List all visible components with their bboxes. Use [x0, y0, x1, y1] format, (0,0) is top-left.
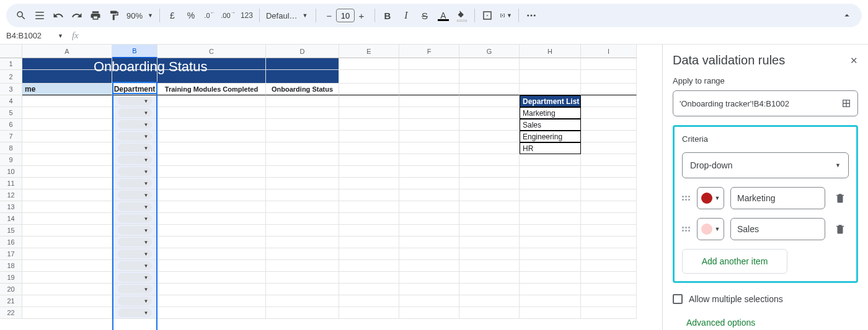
cell[interactable]: [266, 201, 339, 213]
cell[interactable]: [399, 154, 459, 166]
row-header[interactable]: 12: [0, 189, 22, 201]
cell[interactable]: [157, 178, 266, 189]
cell[interactable]: [459, 307, 520, 319]
cell[interactable]: [22, 131, 112, 142]
cell-dropdown[interactable]: ▼: [112, 201, 157, 213]
cell[interactable]: [399, 166, 459, 178]
cell[interactable]: [266, 154, 339, 166]
font-family-select[interactable]: Defaul… ▼: [266, 11, 309, 20]
cell[interactable]: [581, 295, 637, 307]
cell[interactable]: [581, 237, 637, 248]
cell[interactable]: [459, 119, 520, 131]
decrease-font-size-button[interactable]: −: [322, 9, 336, 22]
cell-dropdown[interactable]: ▼: [112, 213, 157, 225]
cell-dropdown[interactable]: ▼: [112, 131, 157, 142]
cell[interactable]: [399, 272, 459, 284]
borders-button[interactable]: [481, 9, 494, 22]
cell[interactable]: [157, 272, 266, 284]
cell-dropdown[interactable]: ▼: [112, 295, 157, 307]
cell[interactable]: [266, 213, 339, 225]
cell[interactable]: [399, 248, 459, 260]
cell[interactable]: [399, 178, 459, 189]
cell[interactable]: [339, 95, 399, 107]
bold-button[interactable]: B: [381, 9, 394, 22]
cell[interactable]: [339, 131, 399, 142]
cell[interactable]: [581, 201, 637, 213]
cell[interactable]: [266, 119, 339, 131]
row-header[interactable]: 6: [0, 119, 22, 131]
cell-dropdown[interactable]: ▼: [112, 284, 157, 295]
cell[interactable]: [459, 213, 520, 225]
cell[interactable]: [581, 307, 637, 319]
col-header-A[interactable]: A: [22, 45, 112, 58]
cell[interactable]: [520, 213, 581, 225]
cell[interactable]: [157, 307, 266, 319]
cell[interactable]: [157, 237, 266, 248]
cell[interactable]: [22, 107, 112, 119]
delete-option-icon[interactable]: [831, 189, 849, 207]
cell[interactable]: [581, 107, 637, 119]
cell[interactable]: [22, 142, 112, 154]
cell[interactable]: [581, 248, 637, 260]
allow-multiple-checkbox[interactable]: [673, 294, 683, 304]
cell-dropdown[interactable]: ▼: [112, 178, 157, 189]
col-header-E[interactable]: E: [339, 45, 399, 58]
cell-dropdown[interactable]: ▼: [112, 142, 157, 154]
cell[interactable]: [459, 272, 520, 284]
row-header[interactable]: 2: [0, 70, 22, 84]
select-range-icon[interactable]: [841, 98, 851, 108]
cell[interactable]: [157, 213, 266, 225]
cell[interactable]: [581, 154, 637, 166]
collapse-toolbar-icon[interactable]: [841, 9, 853, 22]
cell[interactable]: [266, 272, 339, 284]
cell[interactable]: [399, 142, 459, 154]
fill-color-button[interactable]: [456, 9, 468, 22]
cell[interactable]: [339, 284, 399, 295]
cell[interactable]: [459, 131, 520, 142]
cell[interactable]: [581, 95, 637, 107]
print-icon[interactable]: [89, 9, 102, 22]
cell-dropdown[interactable]: ▼: [112, 107, 157, 119]
cell-dropdown[interactable]: ▼: [112, 272, 157, 284]
cell-dropdown[interactable]: ▼: [112, 225, 157, 237]
header-cell[interactable]: Onboarding Status: [266, 84, 339, 95]
row-header[interactable]: 21: [0, 295, 22, 307]
row-header[interactable]: 14: [0, 213, 22, 225]
row-header[interactable]: 18: [0, 260, 22, 272]
filter-views-icon[interactable]: [33, 9, 46, 22]
cell[interactable]: [339, 237, 399, 248]
row-header[interactable]: 11: [0, 178, 22, 189]
cell[interactable]: [22, 284, 112, 295]
cell[interactable]: [266, 95, 339, 107]
cell[interactable]: [520, 248, 581, 260]
redo-icon[interactable]: [71, 9, 83, 22]
select-all-corner[interactable]: [0, 45, 22, 58]
cell[interactable]: [459, 237, 520, 248]
cell[interactable]: [22, 295, 112, 307]
cell[interactable]: [266, 225, 339, 237]
cell[interactable]: [339, 189, 399, 201]
cell[interactable]: [266, 178, 339, 189]
row-header[interactable]: 17: [0, 248, 22, 260]
cell[interactable]: [157, 201, 266, 213]
cell[interactable]: [581, 272, 637, 284]
cell[interactable]: [157, 119, 266, 131]
cell[interactable]: [520, 189, 581, 201]
cell[interactable]: [399, 131, 459, 142]
cell[interactable]: [459, 154, 520, 166]
col-header-H[interactable]: H: [520, 45, 581, 58]
cell[interactable]: [459, 95, 520, 107]
cell-dropdown[interactable]: ▼: [112, 189, 157, 201]
cell[interactable]: [399, 119, 459, 131]
cell[interactable]: [339, 248, 399, 260]
cell[interactable]: [581, 119, 637, 131]
cell[interactable]: [339, 272, 399, 284]
cell[interactable]: [157, 189, 266, 201]
cell[interactable]: [459, 166, 520, 178]
cell[interactable]: [22, 260, 112, 272]
cell-dropdown[interactable]: ▼: [112, 260, 157, 272]
cell[interactable]: [266, 260, 339, 272]
cell[interactable]: [520, 237, 581, 248]
cell[interactable]: [22, 225, 112, 237]
row-header[interactable]: 10: [0, 166, 22, 178]
